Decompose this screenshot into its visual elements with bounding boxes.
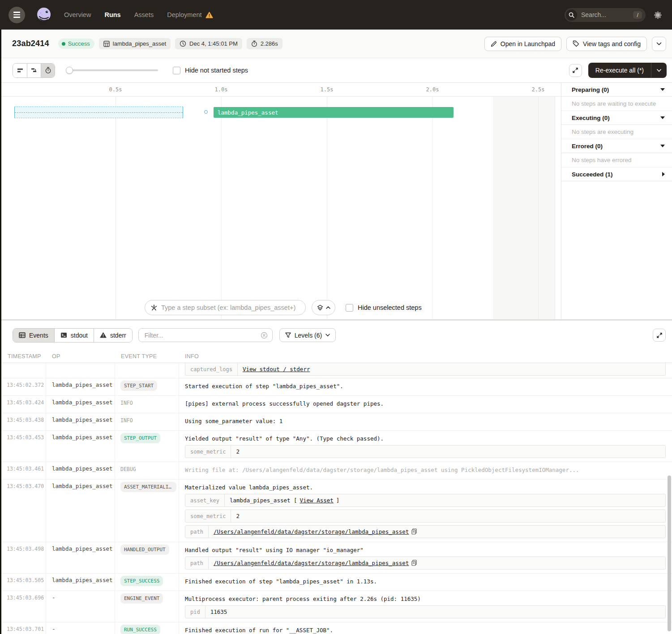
slider-track <box>69 69 158 71</box>
sidebar-section-succeeded[interactable]: Succeeded (1) <box>561 167 672 181</box>
metadata-value: /Users/alangenfeld/data/dagster/storage/… <box>209 557 665 569</box>
table-row[interactable]: 13:45:02.372lambda_pipes_assetSTEP_START… <box>0 378 672 396</box>
levels-filter-button[interactable]: Levels (6) <box>279 328 336 342</box>
nav-item-runs[interactable]: Runs <box>104 11 120 18</box>
event-op: lambda_pipes_asset <box>46 378 115 395</box>
event-type-badge: STEP_OUTPUT <box>120 433 160 443</box>
event-timestamp <box>0 363 46 378</box>
metadata-key: asset_key <box>185 494 225 506</box>
metadata-value: 11635 <box>205 606 665 618</box>
gantt-zoom-slider[interactable] <box>66 66 158 74</box>
metadata-link[interactable]: /Users/alangenfeld/data/dagster/storage/… <box>214 560 409 566</box>
col-op[interactable]: OP <box>46 353 115 360</box>
dagster-logo[interactable] <box>35 6 53 24</box>
timeline-tick-label: 0.5s <box>109 86 122 93</box>
gantt-view-mode-group <box>13 63 55 78</box>
nav-item-overview[interactable]: Overview <box>64 11 91 18</box>
log-view-tabs: Eventsstdoutstderr <box>13 328 133 343</box>
metadata-entry: path/Users/alangenfeld/data/dagster/stor… <box>185 557 666 570</box>
job-tag[interactable]: lambda_pipes_asset <box>99 38 171 49</box>
graph-query-toggle-button[interactable] <box>312 300 335 315</box>
metadata-link[interactable]: /Users/alangenfeld/data/dagster/storage/… <box>214 528 409 535</box>
metadata-value: /Users/alangenfeld/data/dagster/storage/… <box>209 526 665 538</box>
event-info-cell: [pipes] external process successfully op… <box>179 396 672 413</box>
gantt-step-bar[interactable]: lambda_pipes_asset <box>214 107 454 118</box>
sidebar-section-errored[interactable]: Errored (0) <box>561 139 672 153</box>
timeline-gridline <box>432 97 433 319</box>
hide-unselected-checkbox[interactable] <box>346 304 353 312</box>
timeline-gridline <box>221 97 222 319</box>
copy-icon[interactable] <box>411 560 417 566</box>
timed-view-button[interactable] <box>41 64 55 77</box>
run-actions-dropdown-button[interactable] <box>652 37 666 51</box>
metadata-link[interactable]: View stdout / stderr <box>243 366 310 373</box>
sidebar-section-executing[interactable]: Executing (0) <box>561 111 672 125</box>
tab-events[interactable]: Events <box>13 329 54 342</box>
event-message: Finished execution of step "lambda_pipes… <box>185 577 666 585</box>
table-row[interactable]: 13:45:03.505lambda_pipes_assetSTEP_SUCCE… <box>0 574 672 591</box>
events-fullscreen-button[interactable] <box>653 329 666 342</box>
event-timestamp: 13:45:03.498 <box>0 542 46 573</box>
table-row[interactable]: 13:45:03.424lambda_pipes_assetINFO[pipes… <box>0 396 672 413</box>
waiting-range-box <box>14 107 183 118</box>
tab-stdout[interactable]: stdout <box>54 329 94 342</box>
run-steps-sidebar: Preparing (0)No steps are waiting to exe… <box>561 83 672 319</box>
table-row[interactable]: 13:45:03.696-ENGINE_EVENTMultiprocess ex… <box>0 591 672 622</box>
event-message: Finished execution of run for "__ASSET_J… <box>185 625 666 634</box>
run-finished-region <box>493 97 555 319</box>
col-event-type[interactable]: EVENT TYPE <box>115 353 179 360</box>
run-status-badge: Success <box>58 39 94 49</box>
nav-item-deployment[interactable]: Deployment <box>167 11 213 18</box>
event-type-cell: INFO <box>115 396 179 413</box>
timeline-tick-label: 1.0s <box>215 86 228 93</box>
event-info-cell: Finished execution of step "lambda_pipes… <box>179 574 672 591</box>
open-in-launchpad-button[interactable]: Open in Launchpad <box>484 37 561 51</box>
tab-stderr[interactable]: stderr <box>94 329 132 342</box>
op-selector-icon <box>150 304 158 311</box>
table-row[interactable]: 13:45:03.470lambda_pipes_assetASSET_MATE… <box>0 480 672 542</box>
event-message: Handled output "result" using IO manager… <box>185 545 666 554</box>
table-row[interactable]: 13:45:03.453lambda_pipes_assetSTEP_OUTPU… <box>0 431 672 462</box>
caret-right-icon <box>662 172 665 176</box>
reexecute-dropdown-button[interactable] <box>651 63 667 78</box>
table-row[interactable]: 13:45:03.498lambda_pipes_assetHANDLED_OU… <box>0 542 672 574</box>
table-row[interactable]: 13:45:03.438lambda_pipes_assetINFOUsing … <box>0 413 672 431</box>
sidebar-section-label: Preparing (0) <box>572 86 609 93</box>
hamburger-menu-button[interactable] <box>9 7 25 23</box>
sidebar-section-preparing[interactable]: Preparing (0) <box>561 83 672 97</box>
table-row[interactable]: captured_logsView stdout / stderr <box>0 363 672 378</box>
event-message: [pipes] external process successfully op… <box>185 399 666 407</box>
background-window-sliver <box>0 30 1 634</box>
event-timestamp: 13:45:02.372 <box>0 378 46 395</box>
table-row[interactable]: 13:45:03.701-RUN_SUCCESSFinished executi… <box>0 622 672 634</box>
event-message: Writing file at: /Users/alangenfeld/data… <box>185 465 666 474</box>
flat-view-button[interactable] <box>13 64 27 77</box>
view-tags-config-button[interactable]: View tags and config <box>566 37 647 51</box>
metadata-link[interactable]: View Asset <box>300 497 334 504</box>
run-id: 23ab2414 <box>12 39 49 48</box>
log-filter-input[interactable]: Filter... <box>138 328 273 342</box>
copy-icon[interactable] <box>411 528 417 535</box>
clear-filter-icon[interactable] <box>261 332 268 339</box>
layers-icon <box>317 304 323 311</box>
caret-down-icon <box>660 88 665 91</box>
metadata-key: captured_logs <box>185 363 238 375</box>
event-info-cell: Writing file at: /Users/alangenfeld/data… <box>179 462 672 479</box>
slider-knob[interactable] <box>66 67 73 74</box>
table-row[interactable]: 13:45:03.461lambda_pipes_assetDEBUGWriti… <box>0 462 672 480</box>
waterfall-view-button[interactable] <box>27 64 41 77</box>
reexecute-all-button[interactable]: Re-execute all (*) <box>588 63 667 78</box>
hide-not-started-checkbox[interactable] <box>173 67 180 74</box>
global-search-input[interactable]: Search... / <box>565 8 646 22</box>
settings-gear-button[interactable] <box>654 11 662 19</box>
event-message: Multiprocess executor: parent process ex… <box>185 594 666 603</box>
top-nav-bar: OverviewRunsAssetsDeployment Search... / <box>0 0 672 30</box>
event-type-cell <box>115 363 179 378</box>
stopwatch-icon <box>251 40 257 47</box>
events-scrollbar-thumb[interactable] <box>668 476 671 631</box>
event-type-cell: RUN_SUCCESS <box>115 622 179 634</box>
step-subset-input[interactable]: Type a step subset (ex: lambda_pipes_ass… <box>145 300 306 315</box>
flat-view-icon <box>17 67 24 74</box>
gantt-fullscreen-button[interactable] <box>569 64 582 77</box>
nav-item-assets[interactable]: Assets <box>134 11 154 18</box>
